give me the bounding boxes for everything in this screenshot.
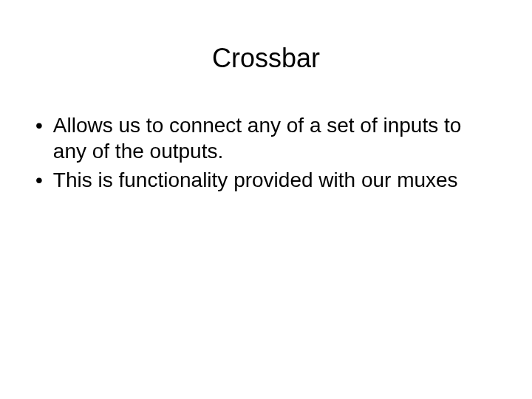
list-item: • Allows us to connect any of a set of i… [35, 112, 488, 164]
slide-title: Crossbar [0, 43, 532, 74]
bullet-text: Allows us to connect any of a set of inp… [53, 112, 488, 164]
bullet-text: This is functionality provided with our … [53, 167, 458, 193]
slide: Crossbar • Allows us to connect any of a… [0, 43, 532, 399]
bullet-icon: • [35, 112, 43, 139]
slide-content: • Allows us to connect any of a set of i… [0, 112, 532, 194]
bullet-icon: • [35, 167, 43, 194]
list-item: • This is functionality provided with ou… [35, 167, 488, 194]
